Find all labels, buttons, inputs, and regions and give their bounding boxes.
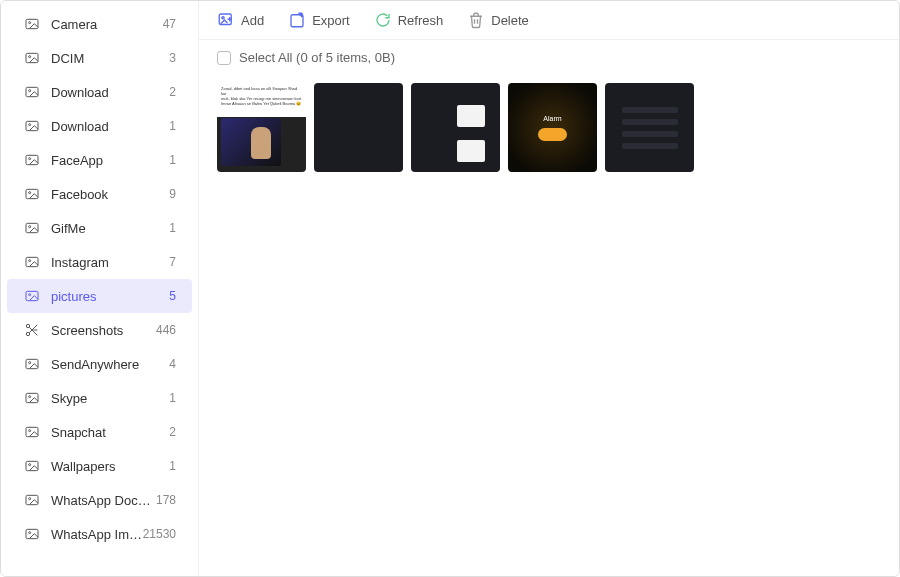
picture-icon (23, 525, 41, 543)
export-button[interactable]: Export (288, 11, 350, 29)
sidebar-item-whatsapp-images[interactable]: WhatsApp Images21530 (7, 517, 192, 551)
sidebar-item-count: 3 (169, 51, 176, 65)
trash-icon (467, 11, 485, 29)
thumbnail-item[interactable]: Zarad, dibet and kasa on alli Swapan Sha… (217, 83, 306, 172)
sidebar-item-faceapp[interactable]: FaceApp1 (7, 143, 192, 177)
svg-point-17 (29, 294, 31, 296)
picture-icon (23, 457, 41, 475)
sidebar-item-label: pictures (51, 289, 169, 304)
sidebar-item-count: 1 (169, 119, 176, 133)
sidebar-item-instagram[interactable]: Instagram7 (7, 245, 192, 279)
sidebar-item-wallpapers[interactable]: Wallpapers1 (7, 449, 192, 483)
thumbnail-grid: Zarad, dibet and kasa on alli Swapan Sha… (199, 75, 899, 180)
svg-point-11 (29, 192, 31, 194)
svg-rect-6 (26, 121, 38, 130)
svg-rect-16 (26, 291, 38, 300)
sidebar-item-label: FaceApp (51, 153, 169, 168)
delete-button[interactable]: Delete (467, 11, 529, 29)
thumbnail-item[interactable] (411, 83, 500, 172)
sidebar-item-dcim[interactable]: DCIM3 (7, 41, 192, 75)
sidebar-item-label: Camera (51, 17, 163, 32)
svg-rect-14 (26, 257, 38, 266)
svg-point-1 (29, 22, 31, 24)
sidebar-item-count: 2 (169, 85, 176, 99)
sidebar-item-label: Download (51, 85, 169, 100)
picture-icon (23, 253, 41, 271)
sidebar-item-skype[interactable]: Skype1 (7, 381, 192, 415)
export-label: Export (312, 13, 350, 28)
svg-point-21 (29, 362, 31, 364)
select-all-checkbox[interactable] (217, 51, 231, 65)
app-window: Camera47DCIM3Download2Download1FaceApp1F… (0, 0, 900, 577)
svg-point-33 (222, 17, 224, 19)
sidebar-item-count: 21530 (143, 527, 176, 541)
picture-icon (23, 355, 41, 373)
svg-point-29 (29, 498, 31, 500)
sidebar-item-count: 2 (169, 425, 176, 439)
svg-point-25 (29, 430, 31, 432)
add-label: Add (241, 13, 264, 28)
svg-point-5 (29, 90, 31, 92)
add-photo-icon (217, 11, 235, 29)
svg-point-15 (29, 260, 31, 262)
sidebar-item-download[interactable]: Download2 (7, 75, 192, 109)
sidebar-item-screenshots[interactable]: Screenshots446 (7, 313, 192, 347)
delete-label: Delete (491, 13, 529, 28)
svg-point-13 (29, 226, 31, 228)
sidebar-item-label: Snapchat (51, 425, 169, 440)
svg-rect-28 (26, 495, 38, 504)
svg-rect-10 (26, 189, 38, 198)
thumbnail-item[interactable]: Alarm (508, 83, 597, 172)
sidebar-item-facebook[interactable]: Facebook9 (7, 177, 192, 211)
sidebar-item-label: Facebook (51, 187, 169, 202)
svg-rect-26 (26, 461, 38, 470)
svg-point-3 (29, 56, 31, 58)
sidebar-item-label: Wallpapers (51, 459, 169, 474)
add-button[interactable]: Add (217, 11, 264, 29)
refresh-icon (374, 11, 392, 29)
sidebar: Camera47DCIM3Download2Download1FaceApp1F… (1, 1, 199, 576)
svg-point-27 (29, 464, 31, 466)
sidebar-item-count: 1 (169, 391, 176, 405)
svg-point-7 (29, 124, 31, 126)
picture-icon (23, 491, 41, 509)
svg-rect-12 (26, 223, 38, 232)
sidebar-item-count: 1 (169, 153, 176, 167)
sidebar-item-download[interactable]: Download1 (7, 109, 192, 143)
sidebar-item-label: DCIM (51, 51, 169, 66)
sidebar-item-count: 1 (169, 221, 176, 235)
sidebar-item-pictures[interactable]: pictures5 (7, 279, 192, 313)
svg-rect-4 (26, 87, 38, 96)
svg-rect-0 (26, 19, 38, 28)
picture-icon (23, 219, 41, 237)
svg-point-9 (29, 158, 31, 160)
picture-icon (23, 287, 41, 305)
picture-icon (23, 389, 41, 407)
sidebar-item-label: Screenshots (51, 323, 156, 338)
svg-point-19 (26, 332, 29, 335)
picture-icon (23, 117, 41, 135)
scissors-icon (23, 321, 41, 339)
picture-icon (23, 185, 41, 203)
thumbnail-item[interactable] (314, 83, 403, 172)
sidebar-item-snapchat[interactable]: Snapchat2 (7, 415, 192, 449)
picture-icon (23, 49, 41, 67)
sidebar-item-label: SendAnywhere (51, 357, 169, 372)
sidebar-item-gifme[interactable]: GifMe1 (7, 211, 192, 245)
sidebar-item-whatsapp-documents[interactable]: WhatsApp Documents178 (7, 483, 192, 517)
refresh-button[interactable]: Refresh (374, 11, 444, 29)
picture-icon (23, 151, 41, 169)
thumbnail-item[interactable] (605, 83, 694, 172)
sidebar-item-camera[interactable]: Camera47 (7, 7, 192, 41)
sidebar-item-label: WhatsApp Images (51, 527, 143, 542)
sidebar-item-sendanywhere[interactable]: SendAnywhere4 (7, 347, 192, 381)
sidebar-item-label: Download (51, 119, 169, 134)
sidebar-item-count: 178 (156, 493, 176, 507)
sidebar-item-label: Skype (51, 391, 169, 406)
sidebar-item-label: WhatsApp Documents (51, 493, 156, 508)
refresh-label: Refresh (398, 13, 444, 28)
picture-icon (23, 83, 41, 101)
svg-rect-24 (26, 427, 38, 436)
sidebar-item-label: Instagram (51, 255, 169, 270)
sidebar-item-count: 9 (169, 187, 176, 201)
